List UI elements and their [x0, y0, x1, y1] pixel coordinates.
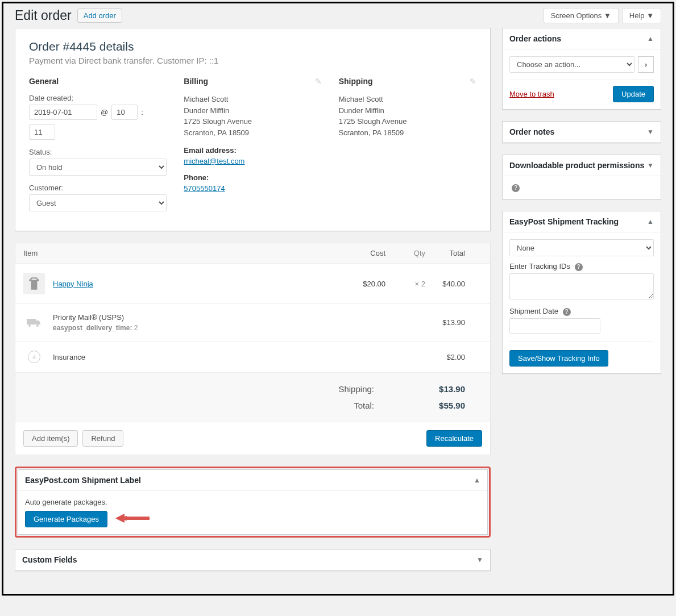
shipping-street: 1725 Slough Avenue: [339, 116, 476, 127]
easypost-label-highlight: EasyPost.com Shipment Label ▲ Auto gener…: [15, 467, 491, 538]
insurance-name: Insurance: [53, 353, 85, 361]
toggle-easypost-label-icon[interactable]: ▲: [474, 476, 480, 484]
tracking-ids-textarea[interactable]: [509, 273, 654, 299]
shipping-meta-val: 2: [134, 324, 138, 332]
product-total: $40.00: [425, 280, 482, 288]
order-subtitle: Payment via Direct bank transfer. Custom…: [29, 56, 476, 65]
custom-fields-title: Custom Fields: [22, 555, 77, 564]
billing-company: Dunder Mifflin: [184, 105, 321, 116]
order-title: Order #4445 details: [29, 40, 476, 53]
screen-options-button[interactable]: Screen Options ▼: [544, 8, 619, 23]
items-header-qty: Qty: [385, 249, 425, 257]
order-actions-box: Order actions ▲ Choose an action... › Mo…: [502, 28, 661, 110]
run-action-button[interactable]: ›: [638, 56, 654, 73]
line-item-shipping: Priority Mail® (USPS) easypost_delivery_…: [15, 304, 490, 342]
toggle-downloads-icon[interactable]: ▼: [647, 161, 654, 169]
truck-icon: [23, 318, 45, 328]
status-select[interactable]: On hold: [29, 159, 167, 176]
order-action-select[interactable]: Choose an action...: [509, 56, 634, 73]
edit-shipping-icon[interactable]: ✎: [470, 77, 476, 86]
date-created-label: Date created:: [29, 94, 167, 102]
downloadable-permissions-box: Downloadable product permissions ▼ ?: [502, 155, 661, 199]
billing-name: Michael Scott: [184, 94, 321, 105]
product-name-link[interactable]: Happy Ninja: [53, 280, 93, 288]
save-tracking-button[interactable]: Save/Show Tracking Info: [509, 350, 608, 367]
totals-section: Shipping: $13.90 Total: $55.90: [15, 373, 490, 422]
status-label: Status:: [29, 148, 167, 156]
add-order-button[interactable]: Add order: [77, 9, 122, 23]
order-notes-box: Order notes ▼: [502, 121, 661, 143]
product-thumbnail: [23, 273, 45, 294]
help-icon[interactable]: ?: [575, 263, 583, 271]
customer-label: Customer:: [29, 184, 167, 192]
billing-email-link[interactable]: micheal@test.com: [184, 157, 244, 165]
downloadable-permissions-title: Downloadable product permissions: [509, 161, 644, 170]
shipment-date-input[interactable]: [509, 318, 600, 334]
shipment-date-label: Shipment Date: [509, 307, 558, 315]
shipping-heading: Shipping: [339, 77, 476, 86]
move-to-trash-link[interactable]: Move to trash: [509, 90, 554, 98]
items-header-total: Total: [425, 249, 482, 257]
email-label: Email address:: [184, 146, 321, 155]
grand-total-value: $55.90: [425, 401, 465, 410]
auto-generate-text: Auto generate packages.: [25, 498, 480, 506]
general-heading: General: [29, 77, 167, 86]
add-items-button[interactable]: Add item(s): [23, 430, 78, 447]
line-item-product: Happy Ninja $20.00 × 2 $40.00: [15, 264, 490, 304]
order-notes-title: Order notes: [509, 127, 554, 136]
grand-total-label: Total:: [354, 401, 374, 410]
custom-fields-box: Custom Fields ▼: [15, 549, 491, 571]
shipping-meta-key: easypost_delivery_time:: [53, 324, 132, 332]
toggle-tracking-icon[interactable]: ▲: [647, 218, 654, 226]
shipping-company: Dunder Mifflin: [339, 105, 476, 116]
phone-label: Phone:: [184, 173, 321, 182]
easypost-label-title: EasyPost.com Shipment Label: [25, 476, 141, 485]
date-input[interactable]: [29, 105, 97, 120]
help-icon[interactable]: ?: [563, 308, 571, 316]
billing-phone-link[interactable]: 5705550174: [184, 184, 225, 193]
hour-input[interactable]: [111, 105, 138, 120]
product-qty: × 2: [385, 280, 425, 288]
minute-input[interactable]: [29, 124, 55, 140]
shipping-name: Michael Scott: [339, 94, 476, 105]
generate-packages-button[interactable]: Generate Packages: [25, 511, 107, 527]
billing-column: ✎ Billing Michael Scott Dunder Mifflin 1…: [184, 77, 321, 219]
order-actions-title: Order actions: [509, 34, 561, 43]
red-arrow-annotation: [115, 513, 150, 526]
help-icon[interactable]: ?: [512, 184, 520, 192]
easypost-tracking-box: EasyPost Shipment Tracking ▲ None Enter …: [502, 211, 661, 374]
items-header-cost: Cost: [334, 249, 385, 257]
line-item-insurance: + Insurance $2.00: [15, 342, 490, 373]
order-items-box: Item Cost Qty Total Happy Ninja $20.00 ×…: [15, 243, 491, 455]
shipping-line-total: $13.90: [425, 318, 482, 327]
recalculate-button[interactable]: Recalculate: [426, 430, 482, 447]
tracking-ids-label: Enter Tracking IDs: [509, 262, 570, 270]
insurance-total: $2.00: [425, 353, 482, 361]
billing-street: 1725 Slough Avenue: [184, 116, 321, 127]
shipping-total-label: Shipping:: [338, 384, 374, 394]
update-button[interactable]: Update: [613, 86, 654, 102]
billing-city: Scranton, PA 18509: [184, 127, 321, 139]
easypost-tracking-title: EasyPost Shipment Tracking: [509, 217, 619, 226]
product-cost: $20.00: [334, 280, 385, 288]
customer-select[interactable]: Guest: [29, 194, 167, 211]
general-column: General Date created: @ :: [29, 77, 167, 219]
toggle-order-notes-icon[interactable]: ▼: [647, 128, 654, 136]
help-button[interactable]: Help ▼: [622, 8, 661, 23]
toggle-custom-fields-icon[interactable]: ▼: [476, 556, 483, 564]
plus-circle-icon[interactable]: +: [28, 351, 40, 363]
at-symbol: @: [101, 108, 108, 116]
billing-heading: Billing: [184, 77, 321, 86]
refund-button[interactable]: Refund: [82, 430, 123, 447]
shipping-total-value: $13.90: [425, 384, 465, 394]
time-colon: :: [141, 108, 143, 116]
order-details-box: Order #4445 details Payment via Direct b…: [15, 28, 491, 231]
items-header-item: Item: [23, 249, 334, 257]
tracking-carrier-select[interactable]: None: [509, 239, 654, 256]
shipping-column: ✎ Shipping Michael Scott Dunder Mifflin …: [339, 77, 476, 219]
toggle-order-actions-icon[interactable]: ▲: [647, 35, 654, 43]
shipping-city: Scranton, PA 18509: [339, 127, 476, 139]
shipping-method-name: Priority Mail® (USPS): [53, 313, 138, 322]
page-title: Edit order: [15, 8, 72, 23]
edit-billing-icon[interactable]: ✎: [315, 77, 322, 86]
